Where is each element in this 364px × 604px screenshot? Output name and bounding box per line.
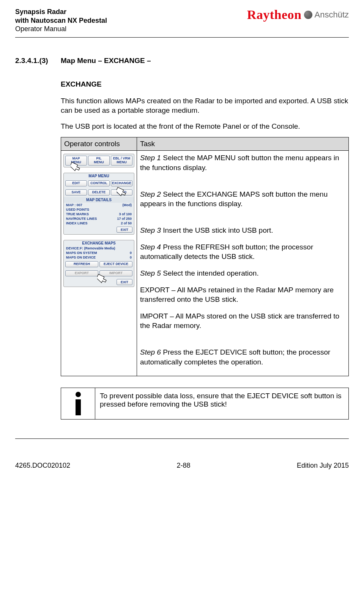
page-header: Synapsis Radar with Nautoscan NX Pedesta… (15, 8, 349, 33)
logo-globe-icon (304, 11, 312, 19)
table-header-task: Task (137, 137, 349, 151)
intro-paragraph-1: This function allows MAPs created on the… (61, 96, 349, 115)
exchange-detail-row: MAPS ON SYSTEM0 (64, 251, 134, 255)
eject-device-button[interactable]: EJECT DEVICE (99, 261, 132, 267)
exit-button[interactable]: EXIT (117, 227, 132, 233)
map-detail-row: TRUE MARKS3 of 100 (64, 212, 134, 216)
intro-paragraph-2: The USB port is located at the front of … (61, 121, 349, 131)
step-4: Step 4 Press the REFRESH soft button; th… (140, 242, 345, 262)
menu-buttons-panel: MAP MENU PIL MENU EBL / VRM MENU (63, 154, 134, 167)
step-6: Step 6 Press the EJECT DEVICE soft butto… (140, 347, 345, 367)
content-block: EXCHANGE This function allows MAPs creat… (61, 80, 349, 420)
header-line2: with Nautoscan NX Pedestal (15, 16, 107, 25)
exchange-detail-row: MAPS ON DEVICE0 (64, 255, 134, 260)
exit-button[interactable]: EXIT (117, 279, 132, 285)
step-5: Step 5 Select the intended operation. (140, 268, 345, 278)
logo-brand: Raytheon (247, 8, 302, 22)
exchange-maps-panel: EXCHANGE MAPS DEVICE:F: (Removable Media… (63, 240, 134, 287)
logo: Raytheon Anschütz (247, 8, 349, 22)
exchange-button[interactable]: EXCHANGE (111, 180, 132, 186)
footer-left: 4265.DOC020102 (15, 462, 70, 470)
header-line3: Operator Manual (15, 25, 107, 33)
map-detail-row: USED POINTS (64, 207, 134, 212)
page-footer: 4265.DOC020102 2-88 Edition July 2015 (15, 462, 349, 470)
task-cell: Step 1 Select the MAP MENU soft button t… (137, 151, 349, 376)
step-1: Step 1 Select the MAP MENU soft button t… (140, 153, 345, 172)
footer-center: 2-88 (176, 462, 190, 470)
map-menu-title: MAP MENU (64, 173, 134, 179)
spacer (140, 180, 345, 183)
footer-rule (15, 438, 349, 439)
header-left: Synapsis Radar with Nautoscan NX Pedesta… (15, 8, 107, 33)
save-button[interactable]: SAVE (65, 189, 87, 196)
header-rule (15, 37, 349, 38)
map-detail-row: INDEX LINES2 of 50 (64, 221, 134, 226)
pointer-arrow-icon (117, 186, 132, 201)
control-button[interactable]: CONTROL (88, 180, 110, 186)
section-title: Map Menu – EXCHANGE – (61, 57, 151, 65)
section-number: 2.3.4.1.(3) (15, 57, 53, 65)
exchange-maps-title: EXCHANGE MAPS (64, 240, 134, 246)
export-description: EXPORT – All MAPs retained in the Radar … (140, 285, 345, 304)
logo-sub: Anschütz (315, 10, 349, 20)
svg-marker-0 (71, 161, 80, 172)
note-text: To prevent possible data loss, ensure th… (95, 388, 349, 419)
map-menu-panel: MAP MENU EDIT CONTROL EXCHANGE SAVE DELE… (63, 173, 134, 235)
header-line1: Synapsis Radar (15, 8, 107, 16)
info-icon-cell (61, 388, 95, 419)
step-2: Step 2 Select the EXCHANGE MAPS soft but… (140, 189, 345, 209)
spacer (140, 216, 345, 219)
table-header-operator: Operator controls (61, 137, 137, 151)
map-detail-row: NAV/ROUTE LINES17 of 250 (64, 216, 134, 221)
spacer (140, 337, 345, 341)
edit-button[interactable]: EDIT (65, 180, 87, 186)
svg-marker-2 (97, 273, 107, 284)
delete-button[interactable]: DELETE (88, 189, 110, 196)
section-heading: 2.3.4.1.(3) Map Menu – EXCHANGE – (15, 57, 349, 65)
svg-marker-1 (117, 186, 126, 197)
info-icon (66, 392, 90, 415)
pil-menu-button[interactable]: PIL MENU (88, 156, 110, 166)
import-description: IMPORT – All MAPs stored on the USB stic… (140, 311, 345, 331)
map-detail-row: MAP : 007(Mod) (64, 203, 134, 207)
operator-controls-cell: MAP MENU PIL MENU EBL / VRM MENU MAP MEN… (61, 151, 137, 376)
note-table: To prevent possible data loss, ensure th… (61, 388, 349, 419)
footer-right: Edition July 2015 (297, 462, 349, 470)
exchange-heading: EXCHANGE (61, 80, 349, 88)
refresh-button[interactable]: REFRESH (65, 261, 98, 267)
operator-task-table: Operator controls Task MAP MENU PIL MENU… (61, 137, 349, 376)
ebl-vrm-menu-button[interactable]: EBL / VRM MENU (111, 156, 132, 166)
pointer-arrow-icon (97, 273, 112, 288)
step-3: Step 3 Insert the USB stick into USB por… (140, 226, 345, 235)
export-button[interactable]: EXPORT (65, 270, 98, 276)
exchange-detail-row: DEVICE:F: (Removable Media) (64, 246, 134, 251)
